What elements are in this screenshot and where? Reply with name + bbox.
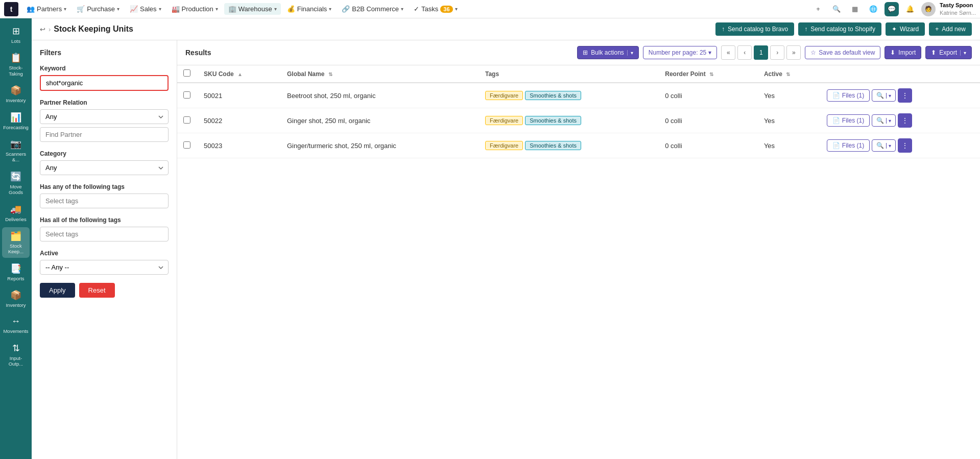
search-icon: 🔍	[876, 117, 884, 124]
nav-b2b[interactable]: 🔗 B2B Commerce ▾	[338, 3, 408, 15]
partner-relation-select[interactable]: Any	[40, 109, 169, 124]
sidebar-item-label: Deliveries	[5, 216, 27, 222]
sidebar-item-lots[interactable]: ⊞ Lots	[2, 22, 30, 47]
send-catalog-shopify-button[interactable]: ↑ Send catalog to Shopify	[798, 22, 881, 36]
search-row-button[interactable]: 🔍 ▾	[872, 114, 896, 127]
bulk-actions-button[interactable]: ⊞ Bulk actions ▾	[577, 46, 639, 59]
files-button[interactable]: 📄 Files (1)	[827, 114, 870, 127]
first-page-button[interactable]: «	[721, 45, 735, 60]
chevron-icon: ▾	[274, 6, 277, 12]
apply-button[interactable]: Apply	[40, 283, 75, 298]
prev-page-button[interactable]: ‹	[737, 45, 752, 60]
sidebar-item-inventory2[interactable]: 📦 Inventory	[2, 286, 30, 311]
more-actions-button[interactable]: ⋮	[898, 113, 912, 128]
category-select[interactable]: Any	[40, 160, 169, 175]
files-label: Files (1)	[842, 117, 864, 124]
search-button[interactable]: 🔍	[829, 2, 844, 16]
table-body: 50021Beetroot shot, 250 ml, organicFærdi…	[177, 83, 980, 158]
table-row: 50021Beetroot shot, 250 ml, organicFærdi…	[177, 83, 980, 108]
more-actions-button[interactable]: ⋮	[898, 138, 912, 153]
active-header[interactable]: Active ⇅	[758, 65, 821, 83]
has-all-tags-input[interactable]	[40, 227, 169, 241]
save-default-view-button[interactable]: ☆ Save as default view	[805, 46, 880, 59]
forecasting-icon: 📊	[10, 112, 21, 123]
nav-tasks[interactable]: ✓ Tasks 36 ▾	[410, 3, 461, 15]
find-partner-input[interactable]	[40, 127, 169, 142]
add-button[interactable]: +	[811, 2, 825, 16]
nav-financials[interactable]: 💰 Financials ▾	[283, 3, 336, 15]
nav-warehouse[interactable]: 🏢 Warehouse ▾	[224, 3, 281, 15]
tag: Færdigvare	[485, 116, 523, 125]
has-any-tags-input[interactable]	[40, 194, 169, 208]
nav-production[interactable]: 🏭 Production ▾	[168, 3, 222, 15]
sidebar-item-forecasting[interactable]: 📊 Forecasting	[2, 109, 30, 133]
upload-icon: ↑	[722, 26, 725, 33]
global-name-header[interactable]: Global Name ⇅	[281, 65, 479, 83]
import-button[interactable]: ⬇ Import	[885, 46, 921, 59]
partner-relation-label: Partner Relation	[40, 99, 169, 106]
add-new-button[interactable]: + Add new	[929, 22, 972, 36]
row-checkbox[interactable]	[183, 116, 190, 124]
globe-button[interactable]: 🌐	[866, 2, 880, 16]
active-filter-label: Active	[40, 250, 169, 257]
select-all-checkbox[interactable]	[183, 69, 190, 77]
main-layout: ⊞ Lots 📋 Stock-Taking 📦 Inventory 📊 Fore…	[0, 18, 980, 459]
sidebar-item-move-goods[interactable]: 🔄 Move Goods	[2, 168, 30, 199]
sidebar-item-movements[interactable]: ↔️ Movements	[2, 313, 30, 337]
tag: Færdigvare	[485, 91, 523, 100]
back-icon[interactable]: ↩	[40, 26, 45, 33]
sidebar-item-reports[interactable]: 📑 Reports	[2, 260, 30, 284]
nav-right-area: + 🔍 ▦ 🌐 💬 🔔 🧑 Tasty Spoon Katrine Sørn..…	[811, 2, 976, 16]
sidebar-item-input-outp[interactable]: ⇅ Input-Outp...	[2, 340, 30, 370]
btn-label: Send catalog to Shopify	[810, 26, 875, 33]
subheader-actions: ↑ Send catalog to Bravo ↑ Send catalog t…	[715, 22, 972, 36]
content-area: ↩ › Stock Keeping Units ↑ Send catalog t…	[32, 18, 980, 459]
sidebar-item-inventory[interactable]: 📦 Inventory	[2, 82, 30, 106]
send-catalog-bravo-button[interactable]: ↑ Send catalog to Bravo	[715, 22, 794, 36]
last-page-button[interactable]: »	[786, 45, 801, 60]
sales-icon: 📈	[130, 5, 138, 13]
table-icon: ⊞	[583, 49, 588, 56]
number-per-page-button[interactable]: Number per page: 25 ▾	[643, 46, 717, 59]
results-table-container: SKU Code ▲ Global Name ⇅ Tags	[177, 65, 980, 459]
bell-button[interactable]: 🔔	[903, 2, 917, 16]
nav-partners[interactable]: 👥 Partners ▾	[22, 3, 70, 15]
search-icon: 🔍	[876, 142, 884, 149]
sidebar-item-scanners[interactable]: 📷 Scanners &...	[2, 135, 30, 166]
search-row-button[interactable]: 🔍 ▾	[872, 139, 896, 152]
files-label: Files (1)	[842, 142, 864, 149]
keyword-input[interactable]	[40, 75, 169, 91]
sku-code-header[interactable]: SKU Code ▲	[198, 65, 281, 83]
reset-button[interactable]: Reset	[79, 283, 115, 298]
results-table: SKU Code ▲ Global Name ⇅ Tags	[177, 65, 980, 158]
files-button[interactable]: 📄 Files (1)	[827, 89, 870, 102]
next-page-button[interactable]: ›	[770, 45, 784, 60]
wizard-button[interactable]: ✦ Wizard	[886, 22, 925, 36]
sidebar-item-deliveries[interactable]: 🚚 Deliveries	[2, 201, 30, 225]
pagination: « ‹ 1 › »	[721, 45, 801, 60]
export-button[interactable]: ⬆ Export ▾	[925, 46, 972, 59]
sidebar-item-stock-keep[interactable]: 🗂️ Stock Keep...	[2, 227, 30, 258]
reorder-point-header[interactable]: Reorder Point ⇅	[659, 65, 758, 83]
sidebar-item-stock-taking[interactable]: 📋 Stock-Taking	[2, 49, 30, 80]
nav-sales[interactable]: 📈 Sales ▾	[126, 3, 165, 15]
more-actions-button[interactable]: ⋮	[898, 88, 912, 103]
current-page-button[interactable]: 1	[754, 45, 768, 60]
sku-code-cell: 50021	[198, 83, 281, 108]
barcode-button[interactable]: ▦	[848, 2, 862, 16]
search-row-button[interactable]: 🔍 ▾	[872, 89, 896, 102]
chat-button[interactable]: 💬	[885, 2, 899, 16]
row-checkbox[interactable]	[183, 91, 190, 99]
files-button[interactable]: 📄 Files (1)	[827, 139, 870, 152]
movements-icon: ↔️	[11, 316, 20, 327]
chevron-icon: ▾	[159, 6, 161, 12]
row-actions-cell: 📄 Files (1) 🔍 ▾ ⋮	[821, 108, 980, 133]
has-all-tags-filter: Has all of the following tags	[40, 216, 169, 241]
sku-code-label: SKU Code	[204, 70, 234, 78]
row-checkbox[interactable]	[183, 141, 190, 149]
reorder-point-cell: 0 colli	[659, 83, 758, 108]
active-select[interactable]: -- Any -- Yes No	[40, 260, 169, 275]
btn-label: Send catalog to Bravo	[728, 26, 788, 33]
sku-code-cell: 50023	[198, 133, 281, 158]
nav-purchase[interactable]: 🛒 Purchase ▾	[73, 3, 124, 15]
